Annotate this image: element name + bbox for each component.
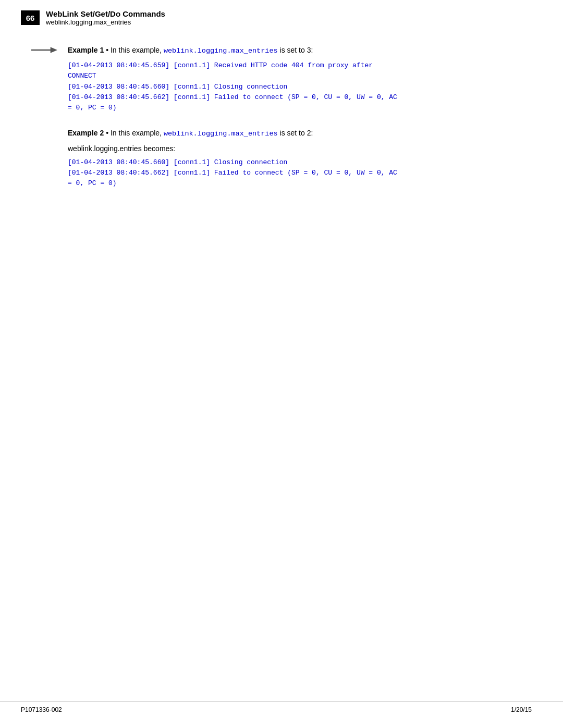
example2-code-block: [01-04-2013 08:40:45.660] [conn1.1] Clos… — [68, 157, 532, 189]
example1-section: Example 1 • In this example, weblink.log… — [68, 45, 532, 113]
example1-label: Example 1 — [68, 46, 104, 54]
example1-code-line-5: = 0, PC = 0) — [68, 103, 532, 113]
example2-label: Example 2 — [68, 129, 104, 137]
example2-inline-code: weblink.logging.max_entries — [164, 130, 278, 138]
main-content: Example 1 • In this example, weblink.log… — [0, 29, 563, 235]
arrow-right-icon — [31, 45, 57, 55]
example1-code-line-3: [01-04-2013 08:40:45.660] [conn1.1] Clos… — [68, 82, 532, 92]
example2-bullet: • — [106, 129, 108, 137]
header-title: WebLink Set/Get/Do Commands — [46, 9, 165, 18]
example2-suffix: is set to 2: — [278, 129, 313, 137]
example2-intro2: weblink.logging.entries becomes: — [68, 143, 532, 154]
example2-intro: In this example, — [111, 129, 164, 137]
example1-code-line-4: [01-04-2013 08:40:45.662] [conn1.1] Fail… — [68, 92, 532, 103]
example2-code-line-1: [01-04-2013 08:40:45.660] [conn1.1] Clos… — [68, 157, 532, 168]
page-header: 66 WebLink Set/Get/Do Commands weblink.l… — [0, 0, 563, 29]
header-subtitle: weblink.logging.max_entries — [46, 18, 165, 26]
example2-section: Example 2 • In this example, weblink.log… — [68, 128, 532, 189]
svg-marker-1 — [51, 47, 57, 53]
example2-heading: Example 2 • In this example, weblink.log… — [68, 128, 532, 139]
example2-code-line-3: = 0, PC = 0) — [68, 178, 532, 189]
example1-code-line-1: [01-04-2013 08:40:45.659] [conn1.1] Rece… — [68, 60, 532, 71]
example1-code-line-2: CONNECT — [68, 71, 532, 81]
example1-intro: In this example, — [111, 46, 164, 54]
example2-code-line-2: [01-04-2013 08:40:45.662] [conn1.1] Fail… — [68, 168, 532, 178]
example1-suffix: is set to 3: — [278, 46, 313, 54]
page-container: 66 WebLink Set/Get/Do Commands weblink.l… — [0, 0, 563, 728]
page-number: 66 — [21, 10, 40, 25]
example1-code-block: [01-04-2013 08:40:45.659] [conn1.1] Rece… — [68, 60, 532, 113]
example1-heading: Example 1 • In this example, weblink.log… — [68, 45, 532, 56]
example1-inline-code: weblink.logging.max_entries — [164, 47, 278, 55]
header-text-block: WebLink Set/Get/Do Commands weblink.logg… — [46, 9, 165, 26]
page-footer: P1071336-002 1/20/15 — [0, 701, 563, 713]
footer-right: 1/20/15 — [511, 706, 532, 713]
arrow-indicator — [31, 45, 57, 55]
footer-left: P1071336-002 — [21, 706, 62, 713]
example1-bullet: • — [106, 46, 108, 54]
